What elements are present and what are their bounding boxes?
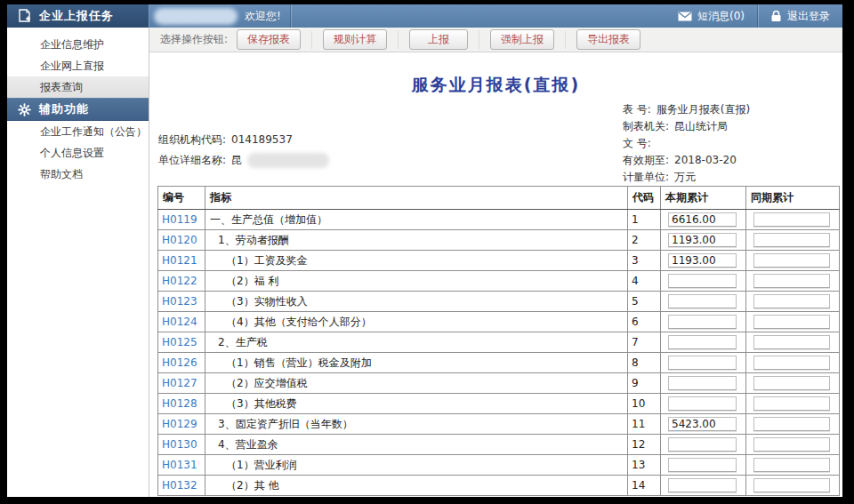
row-prior-cell [746, 230, 840, 251]
current-total-input[interactable] [668, 356, 737, 370]
row-id-cell: H0126 [158, 353, 205, 373]
prior-total-input[interactable] [753, 356, 830, 370]
row-id-link[interactable]: H0127 [162, 377, 197, 389]
row-prior-cell [746, 455, 840, 476]
valid-until-label: 有效期至: [623, 152, 669, 169]
app-title: 企业上报任务 [39, 8, 114, 24]
prior-total-input[interactable] [753, 274, 830, 288]
current-total-input[interactable] [668, 478, 737, 492]
sidebar-item-work-notice[interactable]: 企业工作通知（公告） [7, 121, 149, 142]
current-total-input[interactable] [668, 274, 737, 288]
toolbar-divider [398, 31, 399, 49]
current-total-input[interactable] [668, 315, 737, 329]
row-id-cell: H0122 [158, 271, 205, 292]
row-current-cell [661, 353, 746, 373]
current-total-input[interactable] [668, 417, 737, 431]
prior-total-input[interactable] [753, 315, 830, 329]
row-id-link[interactable]: H0122 [162, 275, 197, 287]
sidebar-item-online-report[interactable]: 企业网上直报 [7, 55, 149, 76]
row-id-link[interactable]: H0130 [162, 438, 197, 451]
row-id-link[interactable]: H0126 [162, 356, 197, 369]
report-content: 服务业月报表(直报) 组织机构代码: 014189537 单位详细名称: 昆 表… [149, 52, 842, 497]
prior-total-input[interactable] [753, 396, 830, 411]
prior-total-input[interactable] [753, 417, 830, 431]
row-current-cell [661, 210, 746, 230]
row-id-link[interactable]: H0129 [162, 418, 197, 430]
app-window: 企业上报任务 欢迎您! 短消息(0) [7, 4, 842, 497]
row-current-cell [661, 251, 746, 271]
sidebar-item-company-info[interactable]: 企业信息维护 [7, 34, 149, 55]
export-report-button[interactable]: 导出报表 [576, 29, 640, 50]
table-row: H0122 （2）福 利 4 [158, 271, 840, 292]
current-total-input[interactable] [668, 458, 737, 472]
prior-total-input[interactable] [753, 458, 830, 472]
welcome-text: 欢迎您! [245, 9, 281, 24]
current-total-input[interactable] [668, 253, 737, 268]
row-indicator-cell: （2）应交增值税 [205, 373, 628, 394]
row-id-cell: H0119 [158, 210, 205, 230]
row-prior-cell [746, 476, 840, 496]
top-bar: 企业上报任务 欢迎您! 短消息(0) [7, 4, 842, 28]
row-prior-cell [746, 292, 840, 312]
sidebar-section-aux-functions[interactable]: 辅助功能 [7, 98, 149, 121]
table-row: H0121 （1）工资及奖金 3 [158, 251, 840, 271]
row-prior-cell [746, 435, 840, 455]
logout-button[interactable]: 退出登录 [758, 4, 842, 28]
gear-icon [18, 103, 31, 116]
current-total-input[interactable] [668, 335, 737, 349]
sidebar-item-personal-settings[interactable]: 个人信息设置 [7, 142, 149, 164]
prior-total-input[interactable] [753, 253, 830, 268]
current-total-input[interactable] [668, 212, 737, 227]
row-id-link[interactable]: H0124 [162, 316, 197, 328]
row-id-cell: H0125 [158, 332, 205, 353]
envelope-icon [678, 12, 692, 21]
messages-button[interactable]: 短消息(0) [665, 4, 757, 28]
row-id-cell: H0120 [158, 230, 205, 251]
row-id-link[interactable]: H0132 [162, 479, 197, 492]
current-total-input[interactable] [668, 396, 737, 411]
submit-button[interactable]: 上报 [409, 29, 468, 50]
sidebar-item-help-docs[interactable]: 帮助文档 [7, 164, 149, 185]
row-id-link[interactable]: H0128 [162, 397, 197, 410]
table-row: H0128 （3）其他税费 10 [158, 394, 840, 414]
prior-total-input[interactable] [753, 478, 830, 492]
row-indicator-cell: （1）销售（营业）税金及附加 [205, 353, 628, 373]
doc-no-label: 文 号: [623, 135, 651, 152]
save-report-button[interactable]: 保存报表 [237, 29, 301, 50]
row-id-link[interactable]: H0121 [162, 254, 197, 267]
prior-total-input[interactable] [753, 335, 830, 349]
row-prior-cell [746, 271, 840, 292]
row-id-cell: H0129 [158, 414, 205, 435]
row-current-cell [661, 394, 746, 414]
row-id-link[interactable]: H0123 [162, 295, 197, 308]
org-code-label: 组织机构代码: [158, 130, 226, 150]
table-row: H0126 （1）销售（营业）税金及附加 8 [158, 353, 840, 373]
current-total-input[interactable] [668, 437, 737, 452]
row-indicator-cell: （3）实物性收入 [205, 292, 628, 312]
row-id-link[interactable]: H0120 [162, 234, 197, 246]
row-id-link[interactable]: H0125 [162, 336, 197, 348]
prior-total-input[interactable] [753, 233, 830, 247]
prior-total-input[interactable] [753, 212, 830, 227]
sidebar-item-report-query[interactable]: 报表查询 [7, 76, 149, 98]
sidebar-section-report-tasks[interactable]: 企业上报任务 [7, 4, 149, 28]
prior-total-input[interactable] [753, 294, 830, 308]
unit-name-redacted [247, 153, 329, 168]
row-code-cell: 1 [628, 210, 661, 230]
row-code-cell: 4 [628, 271, 661, 292]
force-submit-button[interactable]: 强制上报 [490, 29, 554, 50]
row-code-cell: 7 [628, 332, 661, 353]
rule-calc-button[interactable]: 规则计算 [323, 29, 387, 50]
table-row: H0130 4、营业盈余 12 [158, 435, 840, 455]
prior-total-input[interactable] [753, 376, 830, 390]
current-total-input[interactable] [668, 233, 737, 247]
current-total-input[interactable] [668, 376, 737, 390]
form-no-value: 服务业月报表(直报) [657, 101, 750, 118]
row-id-cell: H0131 [158, 455, 205, 476]
row-id-link[interactable]: H0131 [162, 459, 197, 471]
unit-of-measure-value: 万元 [674, 169, 696, 186]
prior-total-input[interactable] [753, 437, 830, 452]
main-panel: 选择操作按钮: 保存报表 规则计算 上报 强制上报 导出报表 服务业月报表(直报… [149, 28, 842, 497]
current-total-input[interactable] [668, 294, 737, 308]
row-id-link[interactable]: H0119 [162, 213, 197, 226]
